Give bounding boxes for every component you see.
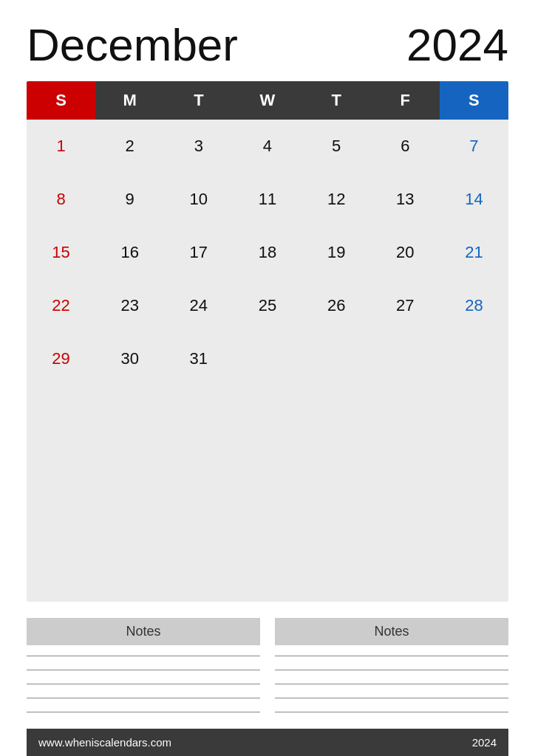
calendar-row: 15161718192021	[27, 226, 508, 279]
calendar-day: 1	[27, 120, 95, 173]
notes-line	[275, 684, 508, 684]
calendar-day: 31	[164, 332, 233, 385]
calendar-day: 25	[233, 279, 301, 332]
calendar-day: 19	[302, 226, 371, 279]
calendar-day	[371, 332, 440, 385]
header-tuesday: T	[164, 81, 233, 120]
calendar-day: 28	[440, 279, 508, 332]
calendar-day: 9	[95, 173, 164, 226]
calendar-day: 4	[233, 120, 301, 173]
calendar-day: 22	[27, 279, 95, 332]
year-title: 2024	[406, 22, 508, 68]
calendar-day: 10	[164, 173, 233, 226]
notes-left-lines	[27, 656, 260, 712]
notes-right-lines	[275, 656, 508, 712]
header-thursday: T	[302, 81, 371, 120]
notes-line	[27, 656, 260, 656]
calendar-day: 5	[302, 120, 371, 173]
header-monday: M	[95, 81, 164, 120]
calendar-day: 7	[440, 120, 508, 173]
notes-left: Notes	[27, 618, 260, 712]
header-wednesday: W	[233, 81, 301, 120]
notes-left-header: Notes	[27, 618, 260, 645]
notes-line	[27, 670, 260, 670]
calendar-day: 8	[27, 173, 95, 226]
calendar-table: S M T W T F S 12345678910111213141516171…	[27, 81, 508, 385]
notes-line	[27, 698, 260, 698]
calendar-day: 20	[371, 226, 440, 279]
header-friday: F	[371, 81, 440, 120]
calendar-day: 14	[440, 173, 508, 226]
footer-year: 2024	[472, 736, 497, 749]
calendar-day: 13	[371, 173, 440, 226]
header-saturday: S	[440, 81, 508, 120]
calendar-day	[302, 332, 371, 385]
month-title: December	[27, 22, 238, 68]
calendar-day: 30	[95, 332, 164, 385]
calendar-day: 29	[27, 332, 95, 385]
calendar-row: 891011121314	[27, 173, 508, 226]
calendar-header: December 2024	[27, 22, 508, 68]
calendar-row: 293031	[27, 332, 508, 385]
notes-line	[275, 670, 508, 670]
header-sunday: S	[27, 81, 95, 120]
calendar-day: 18	[233, 226, 301, 279]
notes-section: Notes Notes	[27, 618, 508, 712]
calendar-day: 15	[27, 226, 95, 279]
notes-right: Notes	[275, 618, 508, 712]
notes-line	[275, 698, 508, 698]
calendar-day	[233, 332, 301, 385]
calendar-wrapper: S M T W T F S 12345678910111213141516171…	[27, 81, 508, 602]
calendar-day: 24	[164, 279, 233, 332]
calendar-day: 6	[371, 120, 440, 173]
page: December 2024 S M T W T F S 123456789101…	[0, 0, 535, 756]
calendar-day: 11	[233, 173, 301, 226]
calendar-day: 27	[371, 279, 440, 332]
notes-line	[275, 712, 508, 712]
calendar-day: 26	[302, 279, 371, 332]
calendar-row: 1234567	[27, 120, 508, 173]
notes-line	[27, 712, 260, 712]
notes-right-header: Notes	[275, 618, 508, 645]
calendar-day: 23	[95, 279, 164, 332]
calendar-day: 2	[95, 120, 164, 173]
calendar-day: 21	[440, 226, 508, 279]
days-header-row: S M T W T F S	[27, 81, 508, 120]
calendar-day: 3	[164, 120, 233, 173]
footer: www.wheniscalendars.com 2024	[27, 729, 508, 756]
footer-url: www.wheniscalendars.com	[38, 736, 171, 749]
notes-line	[275, 656, 508, 656]
calendar-row: 22232425262728	[27, 279, 508, 332]
calendar-day	[440, 332, 508, 385]
calendar-day: 12	[302, 173, 371, 226]
calendar-day: 17	[164, 226, 233, 279]
notes-line	[27, 684, 260, 684]
calendar-day: 16	[95, 226, 164, 279]
